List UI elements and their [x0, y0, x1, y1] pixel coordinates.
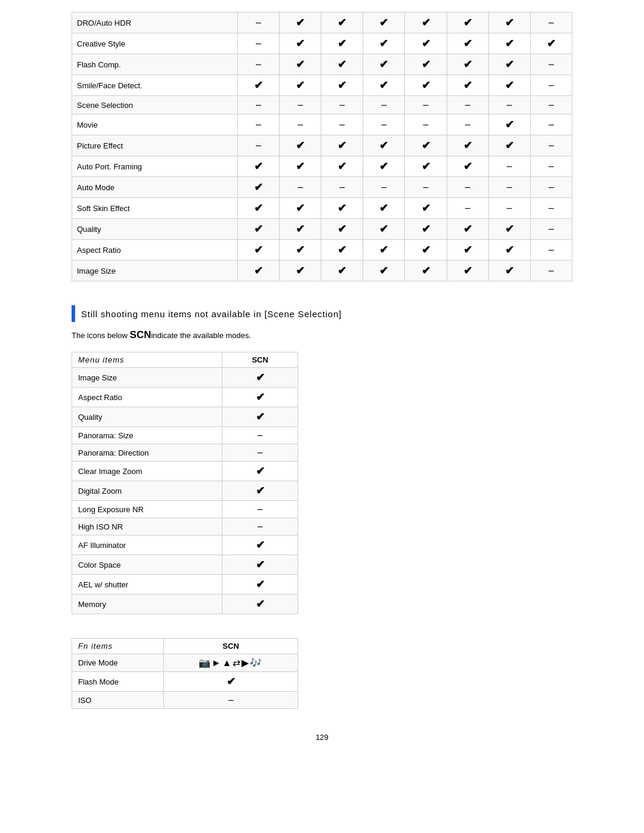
row-label: Digital Zoom: [72, 481, 222, 501]
cell-value: –: [530, 54, 572, 75]
cell-value: –: [321, 114, 363, 135]
cell-value: ✔: [405, 240, 447, 261]
cell-value: ✔: [447, 135, 488, 156]
cell-value: ✔: [488, 75, 530, 96]
row-label: Aspect Ratio: [72, 388, 222, 407]
table-row: Image Size✔✔✔✔✔✔✔–: [72, 261, 572, 281]
cell-value: ✔: [222, 575, 298, 594]
row-label: Movie: [72, 114, 238, 135]
cell-value: –: [447, 114, 488, 135]
cell-value: ✔: [222, 388, 298, 407]
table-row: DRO/Auto HDR–✔✔✔✔✔✔–: [72, 13, 572, 33]
drive-mode-icons: 📷►▲⇄▶🎶: [199, 658, 264, 668]
cell-value: ✔: [405, 219, 447, 240]
cell-value: –: [237, 96, 279, 114]
cell-value: ✔: [488, 54, 530, 75]
row-label: Panorama: Direction: [72, 444, 222, 462]
cell-value: –: [363, 96, 405, 114]
cell-value: ✔: [405, 33, 447, 54]
cell-value: ✔: [530, 33, 572, 54]
cell-value: ✔: [363, 240, 405, 261]
cell-value: ✔: [447, 261, 488, 281]
list-item: ISO–: [72, 692, 298, 709]
cell-value: ✔: [280, 135, 321, 156]
cell-value: –: [488, 177, 530, 198]
cell-value: –: [222, 518, 298, 535]
cell-value: ✔: [321, 33, 363, 54]
cell-value: ✔: [164, 672, 298, 692]
cell-value: ✔: [363, 261, 405, 281]
row-label: Quality: [72, 219, 238, 240]
cell-value: –: [530, 198, 572, 219]
cell-value: ✔: [237, 240, 279, 261]
cell-value: ✔: [237, 198, 279, 219]
cell-value: ✔: [405, 198, 447, 219]
subtitle-prefix: The icons below: [72, 331, 130, 340]
cell-value: –: [405, 114, 447, 135]
page-number: 129: [72, 733, 572, 742]
cell-value: –: [530, 219, 572, 240]
cell-value: –: [488, 198, 530, 219]
row-label: Auto Port. Framing: [72, 156, 238, 177]
cell-value: ✔: [222, 481, 298, 501]
cell-value: ✔: [280, 75, 321, 96]
cell-value: ✔: [405, 75, 447, 96]
section-heading: Still shooting menu items not available …: [72, 305, 572, 322]
row-label: Flash Mode: [72, 672, 164, 692]
row-label: Quality: [72, 407, 222, 427]
cell-value: ✔: [280, 54, 321, 75]
list-item: Aspect Ratio✔: [72, 388, 298, 407]
cell-value: –: [237, 114, 279, 135]
subtitle-suffix: indicate the available modes.: [151, 331, 251, 340]
row-label: Clear Image Zoom: [72, 462, 222, 481]
cell-value: ✔: [237, 219, 279, 240]
cell-value: ✔: [405, 135, 447, 156]
cell-value: –: [321, 177, 363, 198]
row-label: Creative Style: [72, 33, 238, 54]
cell-value: ✔: [280, 219, 321, 240]
fn-header-brand: SCN: [164, 639, 298, 654]
cell-value: ✔: [222, 368, 298, 388]
cell-value: –: [447, 96, 488, 114]
row-label: Picture Effect: [72, 135, 238, 156]
list-item: AEL w/ shutter✔: [72, 575, 298, 594]
cell-value: ✔: [488, 261, 530, 281]
cell-value: –: [222, 444, 298, 462]
cell-value: –: [530, 75, 572, 96]
cell-value: ✔: [447, 156, 488, 177]
cell-value: ✔: [363, 33, 405, 54]
row-label: Memory: [72, 594, 222, 614]
cell-value: ✔: [280, 198, 321, 219]
cell-value: –: [447, 177, 488, 198]
cell-value: –: [530, 13, 572, 33]
cell-value: ✔: [488, 219, 530, 240]
cell-value: ✔: [280, 156, 321, 177]
list-item: Flash Mode✔: [72, 672, 298, 692]
table-row: Auto Port. Framing✔✔✔✔✔✔––: [72, 156, 572, 177]
table-row: Smile/Face Detect.✔✔✔✔✔✔✔–: [72, 75, 572, 96]
cell-value: ✔: [222, 462, 298, 481]
table-row: Scene Selection––––––––: [72, 96, 572, 114]
cell-value: ✔: [363, 219, 405, 240]
cell-value: –: [405, 177, 447, 198]
row-label: Aspect Ratio: [72, 240, 238, 261]
subtitle: The icons below SCNindicate the availabl…: [72, 329, 572, 341]
cell-value: –: [530, 114, 572, 135]
cell-value: ✔: [363, 156, 405, 177]
cell-value: ✔: [447, 54, 488, 75]
cell-value: ✔: [363, 135, 405, 156]
cell-value: ✔: [405, 261, 447, 281]
cell-value: ✔: [280, 240, 321, 261]
row-label: Smile/Face Detect.: [72, 75, 238, 96]
cell-value: ✔: [447, 33, 488, 54]
cell-value: –: [280, 114, 321, 135]
cell-value: ✔: [222, 535, 298, 555]
row-label: AEL w/ shutter: [72, 575, 222, 594]
cell-value: –: [321, 96, 363, 114]
cell-value: ✔: [405, 54, 447, 75]
cell-value: –: [530, 261, 572, 281]
table-row: Creative Style–✔✔✔✔✔✔✔: [72, 33, 572, 54]
menu-table: Menu items SCN Image Size✔Aspect Ratio✔Q…: [72, 352, 298, 614]
cell-value: ✔: [363, 75, 405, 96]
list-item: Image Size✔: [72, 368, 298, 388]
